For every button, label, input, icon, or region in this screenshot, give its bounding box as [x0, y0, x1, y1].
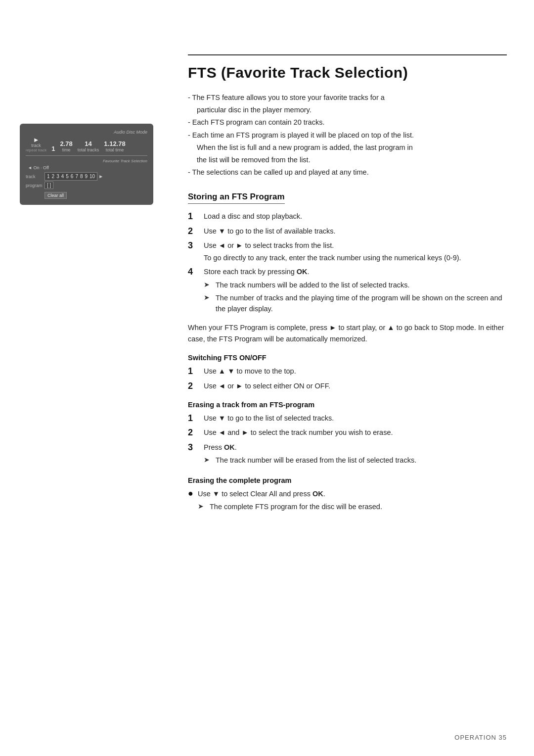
- right-panel: FTS (Favorite Track Selection) - The FTS…: [168, 30, 534, 726]
- storing-step-3: 3 Use ◄ or ► to select tracks from the l…: [188, 240, 507, 263]
- storing-steps: 1 Load a disc and stop playback. 2 Use ▼…: [188, 211, 507, 316]
- storing-step-4: 4 Store each track by pressing OK. ➤ The…: [188, 266, 507, 316]
- storing-step-2: 2 Use ▼ to go to the list of available t…: [188, 226, 507, 237]
- screen-more-arrow: ►: [98, 174, 103, 179]
- screen-time-label: time: [62, 147, 71, 152]
- page-number: OPERATION 35: [454, 734, 507, 741]
- screen-play-label: track: [31, 143, 41, 148]
- screen-track-col: 1: [51, 145, 55, 152]
- storing-arrow-1: ➤ The track numbers will be added to the…: [204, 280, 507, 290]
- device-screen: Audio Disc Mode ► track repeat track 1 2…: [20, 124, 153, 205]
- screen-numbers-box: 1 2 3 4 5 6 7 8 9 10: [44, 172, 97, 181]
- screen-track-numbers-row: track 1 2 3 4 5 6 7 8 9 10 ►: [26, 172, 147, 181]
- intro-item-3c: the list will be removed from the list.: [188, 154, 507, 166]
- erasing-track-arrow-1: ➤ The track number will be erased from t…: [204, 455, 507, 466]
- page-title: FTS (Favorite Track Selection): [188, 64, 507, 81]
- screen-play-col: ► track repeat track: [26, 137, 46, 152]
- erasing-complete-title: Erasing the complete program: [188, 476, 507, 484]
- storing-section: Storing an FTS Program 1 Load a disc and…: [188, 192, 507, 345]
- switching-section-title: Switching FTS ON/OFF: [188, 354, 507, 362]
- intro-item-2: - Each FTS program can contain 20 tracks…: [188, 117, 507, 128]
- switching-section: Switching FTS ON/OFF 1 Use ▲ ▼ to move t…: [188, 354, 507, 392]
- intro-item-1: - The FTS feature allows you to store yo…: [188, 92, 507, 103]
- screen-total-time-label: total time: [106, 147, 124, 152]
- intro-list: - The FTS feature allows you to store yo…: [188, 92, 507, 178]
- intro-item-1b: particular disc in the player memory.: [188, 104, 507, 116]
- screen-track-value: 1: [51, 145, 55, 152]
- screen-row1: ► track repeat track 1 2.78 time 14 tota…: [26, 137, 147, 156]
- storing-arrow-2: ➤ The number of tracks and the playing t…: [204, 292, 507, 315]
- erasing-track-step-2: 2 Use ◄ and ► to select the track number…: [188, 427, 507, 438]
- storing-step-1: 1 Load a disc and stop playback.: [188, 211, 507, 222]
- erasing-track-title: Erasing a track from an FTS-program: [188, 401, 507, 409]
- switching-step-2: 2 Use ◄ or ► to select either ON or OFF.: [188, 380, 507, 392]
- erasing-track-step-1: 1 Use ▼ to go to the list of selected tr…: [188, 413, 507, 424]
- screen-total-tracks-col: 14 total tracks: [78, 140, 99, 152]
- screen-program-value: [ ]: [44, 182, 53, 189]
- screen-repeat-label: repeat track: [26, 148, 46, 152]
- intro-item-3: - Each time an FTS program is played it …: [188, 130, 507, 141]
- screen-time-col: 2.78 time: [60, 140, 72, 152]
- screen-mode-bar: Audio Disc Mode: [26, 130, 147, 135]
- screen-total-tracks-label: total tracks: [78, 147, 99, 152]
- erasing-track-step-3: 3 Press OK. ➤ The track number will be e…: [188, 442, 507, 468]
- screen-total-tracks-value: 14: [85, 140, 91, 147]
- screen-total-time-value: 1.12.78: [104, 140, 125, 147]
- storing-paragraph: When your FTS Program is complete, press…: [188, 322, 507, 345]
- screen-program-row: program [ ]: [26, 182, 147, 189]
- intro-item-4: - The selections can be called up and pl…: [188, 167, 507, 178]
- switching-step-1: 1 Use ▲ ▼ to move to the top.: [188, 366, 507, 377]
- screen-total-time-col: 1.12.78 total time: [104, 140, 125, 152]
- erasing-complete-arrow: ➤ The complete FTS program for the disc …: [188, 501, 507, 512]
- storing-section-title: Storing an FTS Program: [188, 192, 285, 204]
- intro-item-3b: When the list is full and a new program …: [188, 142, 507, 153]
- switching-steps: 1 Use ▲ ▼ to move to the top. 2 Use ◄ or…: [188, 366, 507, 392]
- screen-program-label: program: [26, 183, 44, 188]
- screen-onoff: ◄ On · Off: [26, 165, 147, 170]
- screen-clearall: Clear all: [26, 191, 147, 199]
- screen-time-value: 2.78: [60, 140, 72, 147]
- screen-track-row-label: track: [26, 174, 44, 179]
- erasing-complete-section: Erasing the complete program ● Use ▼ to …: [188, 476, 507, 513]
- screen-play-symbol: ►: [33, 137, 40, 143]
- left-panel: Audio Disc Mode ► track repeat track 1 2…: [0, 30, 168, 726]
- page-footer: OPERATION 35: [454, 734, 507, 741]
- screen-fts-bar: Favourite Track Selection: [26, 159, 147, 163]
- erasing-complete-bullet: ● Use ▼ to select Clear All and press OK…: [188, 488, 507, 499]
- erasing-track-section: Erasing a track from an FTS-program 1 Us…: [188, 401, 507, 468]
- erasing-track-steps: 1 Use ▼ to go to the list of selected tr…: [188, 413, 507, 468]
- top-rule: [188, 54, 507, 55]
